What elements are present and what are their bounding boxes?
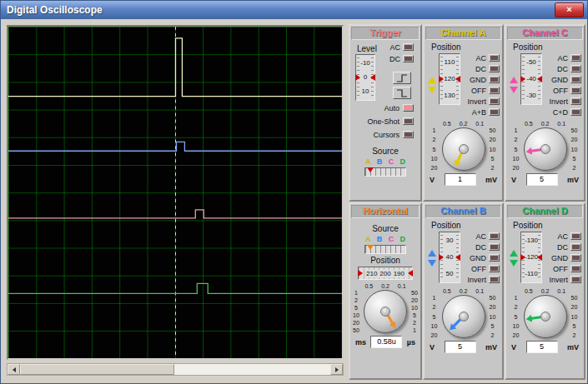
channel-a-sum-button[interactable]	[489, 108, 500, 116]
position-up-arrow[interactable]	[428, 77, 436, 83]
falling-edge-button[interactable]	[393, 87, 411, 99]
channel-c-off-button[interactable]	[570, 87, 581, 94]
source-slider-marker	[367, 167, 374, 172]
position-label: Position	[425, 41, 502, 52]
microseconds-unit-label: µs	[407, 338, 415, 347]
auto-button[interactable]	[403, 104, 414, 112]
position-value: -50	[521, 59, 541, 66]
horizontal-source-slider[interactable]	[364, 245, 406, 254]
knob-scale-label: 5	[487, 156, 499, 162]
knob-scale-label: 0.5	[443, 288, 451, 294]
channel-a-position-slider[interactable]: 110 120 130	[439, 53, 460, 105]
rising-edge-button[interactable]	[393, 72, 411, 84]
knob-scale-label: 2	[569, 332, 580, 338]
channel-b-gnd-button[interactable]	[489, 254, 500, 262]
knob-scale-label: 20	[350, 320, 362, 326]
knob-pointer	[382, 310, 398, 330]
cursors-button[interactable]	[403, 131, 414, 138]
channel-c-dc-button[interactable]	[570, 65, 581, 72]
slider-marker-right	[408, 270, 413, 277]
channel-c-position-slider[interactable]: -50 -40 -30	[520, 53, 542, 105]
knob-scale-label: 1	[429, 295, 440, 301]
slider-marker-right	[537, 254, 542, 261]
position-up-arrow[interactable]	[428, 250, 436, 257]
trigger-dc-button[interactable]	[403, 55, 414, 62]
trigger-source-slider[interactable]	[364, 167, 406, 177]
position-up-arrow[interactable]	[510, 250, 518, 257]
position-label: Position	[506, 41, 584, 52]
knob-scale-label: 0.2	[460, 288, 468, 294]
knob-scale-label: 10	[409, 305, 420, 311]
scrollbar-track[interactable]	[20, 364, 330, 375]
position-up-arrow[interactable]	[510, 77, 518, 83]
knob-scale-label: 0.5	[525, 121, 533, 127]
horizontal-scrollbar[interactable]	[7, 363, 344, 376]
invert-label: Invert	[549, 276, 568, 284]
close-icon: ×	[566, 4, 571, 14]
channel-d-gnd-button[interactable]	[570, 254, 581, 262]
volts-unit-label: V	[511, 176, 516, 184]
ac-label: AC	[557, 54, 568, 62]
close-button[interactable]: ×	[555, 2, 584, 17]
position-down-arrow[interactable]	[428, 87, 436, 93]
knob-scale-label: 10	[429, 156, 440, 162]
scroll-left-button[interactable]	[8, 364, 20, 375]
channel-a-dc-button[interactable]	[489, 65, 500, 72]
channel-b-dc-button[interactable]	[489, 243, 500, 251]
knob-scale-label: 5	[569, 323, 580, 329]
knob-scale-label: 0.1	[475, 288, 484, 294]
channel-a-off-button[interactable]	[489, 87, 500, 94]
position-down-arrow[interactable]	[510, 260, 518, 267]
knob-scale-label: 5	[350, 305, 362, 311]
sum-label: A+B	[472, 108, 486, 117]
knob-scale-label: 0.1	[398, 283, 406, 289]
channel-c-title: Channel C	[507, 27, 583, 40]
channel-c-ac-button[interactable]	[570, 54, 581, 62]
trigger-source-label: Source	[350, 145, 420, 157]
gnd-label: GND	[551, 254, 568, 262]
position-value: -30	[521, 92, 541, 99]
channel-b-invert-button[interactable]	[489, 276, 500, 283]
trigger-ac-button[interactable]	[403, 43, 414, 51]
channel-b-off-button[interactable]	[489, 265, 500, 272]
knob-scale-label: 1	[350, 290, 362, 296]
position-down-arrow[interactable]	[428, 260, 436, 267]
source-channel-a-label: A	[365, 157, 371, 166]
channel-b-ac-button[interactable]	[489, 232, 500, 240]
channel-c-scale-knob[interactable]	[524, 127, 567, 171]
channel-d-scale-value: 5	[526, 341, 558, 353]
channel-d-position-slider[interactable]: -130 -120 -110	[520, 232, 542, 283]
position-value: 30	[440, 237, 460, 244]
milliseconds-unit-label: ms	[355, 338, 366, 347]
horizontal-position-slider[interactable]: 210 200 190	[358, 267, 413, 280]
knob-scale-label: 2	[510, 137, 522, 142]
channel-a-scale-knob[interactable]	[442, 127, 485, 171]
channel-d-off-button[interactable]	[570, 265, 581, 272]
channel-d-ac-button[interactable]	[570, 232, 581, 240]
channel-d-dc-button[interactable]	[570, 243, 581, 251]
trigger-level-slider[interactable]: -10 0 10	[355, 54, 375, 101]
position-down-arrow[interactable]	[510, 87, 518, 93]
slider-marker-left	[355, 74, 360, 81]
channel-a-invert-button[interactable]	[489, 97, 500, 105]
scrollbar-thumb[interactable]	[20, 364, 174, 375]
channel-c-sum-button[interactable]	[570, 108, 581, 116]
channel-d-invert-button[interactable]	[570, 276, 581, 283]
scope-screen[interactable]	[7, 25, 344, 360]
one-shot-button[interactable]	[403, 117, 414, 125]
channel-c-gnd-button[interactable]	[570, 76, 581, 83]
channel-c-invert-button[interactable]	[570, 97, 581, 105]
off-label: OFF	[471, 87, 486, 95]
channel-b-position-slider[interactable]: 30 40 50	[439, 232, 460, 283]
channel-a-gnd-button[interactable]	[489, 76, 500, 83]
channel-d-scale-knob[interactable]	[524, 295, 567, 338]
scroll-right-button[interactable]	[330, 364, 343, 375]
position-value: -110	[521, 271, 541, 277]
channel-b-scale-knob[interactable]	[442, 295, 485, 338]
one-shot-label: One-Shot	[367, 117, 400, 126]
cursors-label: Cursors	[373, 131, 400, 139]
channel-a-ac-button[interactable]	[489, 54, 500, 62]
timebase-knob[interactable]	[364, 290, 407, 333]
title-bar[interactable]: Digital Oscilloscope ×	[1, 1, 587, 19]
knob-pointer	[525, 146, 545, 156]
